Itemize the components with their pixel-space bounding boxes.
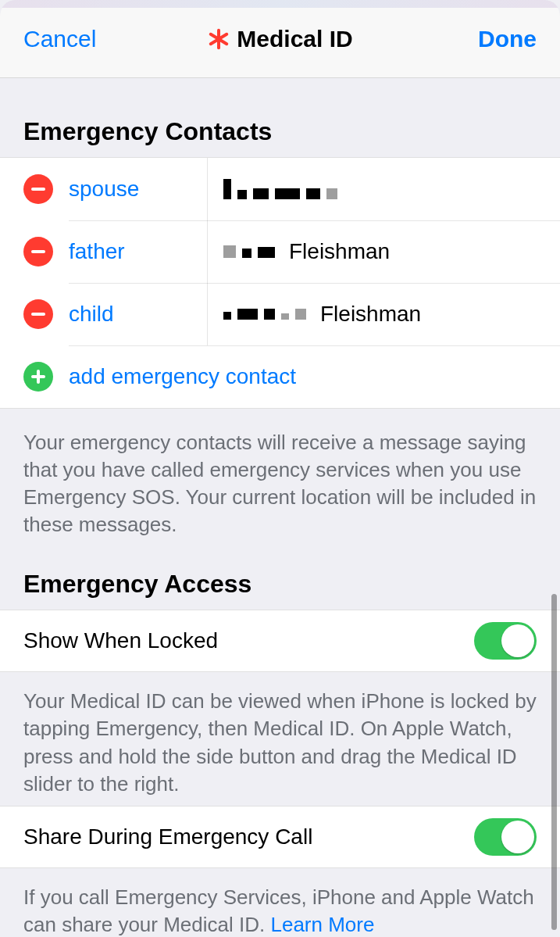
minus-icon <box>31 313 45 316</box>
redacted-name <box>223 245 275 258</box>
scrollbar[interactable] <box>551 594 557 930</box>
done-button[interactable]: Done <box>478 26 537 52</box>
sheet-backdrop-hint <box>0 0 560 8</box>
navbar: Cancel Medical ID Done <box>0 0 560 78</box>
minus-icon <box>31 250 45 253</box>
contact-name <box>208 179 351 199</box>
delete-contact-button[interactable] <box>23 299 53 329</box>
contacts-footnote: Your emergency contacts will receive a m… <box>0 409 560 546</box>
plus-icon <box>31 370 45 384</box>
contact-relation[interactable]: spouse <box>69 177 208 202</box>
contact-name-text: Fleishman <box>320 302 421 327</box>
show-when-locked-label: Show When Locked <box>23 628 218 653</box>
contact-relation[interactable]: father <box>69 239 208 264</box>
contact-row[interactable]: spouse <box>0 158 560 220</box>
cancel-button[interactable]: Cancel <box>23 26 96 52</box>
medical-id-icon <box>207 27 230 51</box>
learn-more-link[interactable]: Learn More <box>270 913 374 936</box>
show-when-locked-footnote: Your Medical ID can be viewed when iPhon… <box>0 672 560 805</box>
add-contact-button[interactable] <box>23 362 53 392</box>
delete-contact-button[interactable] <box>23 174 53 204</box>
column-divider <box>207 283 208 345</box>
svg-line-1 <box>211 34 227 44</box>
section-header-contacts: Emergency Contacts <box>0 78 560 157</box>
share-during-call-label: Share During Emergency Call <box>23 824 312 849</box>
add-contact-label[interactable]: add emergency contact <box>69 364 296 389</box>
page-title: Medical ID <box>237 26 352 52</box>
minus-icon <box>31 188 45 191</box>
contact-relation[interactable]: child <box>69 302 208 327</box>
contact-row[interactable]: child Fleishman <box>0 283 560 345</box>
share-during-call-row: Share During Emergency Call <box>0 806 560 868</box>
contact-row[interactable]: father Fleishman <box>0 220 560 283</box>
share-during-call-footnote: If you call Emergency Services, iPhone a… <box>0 868 560 937</box>
share-during-call-switch[interactable] <box>474 818 537 856</box>
column-divider <box>207 158 208 220</box>
contact-name-text: Fleishman <box>289 239 390 264</box>
delete-contact-button[interactable] <box>23 237 53 266</box>
add-contact-row[interactable]: add emergency contact <box>0 345 560 408</box>
show-when-locked-switch[interactable] <box>474 622 537 660</box>
contact-name: Fleishman <box>208 302 421 327</box>
redacted-name <box>223 309 306 320</box>
contact-name: Fleishman <box>208 239 390 264</box>
redacted-name <box>223 179 337 199</box>
switch-knob <box>501 624 534 657</box>
column-divider <box>207 220 208 283</box>
section-header-access: Emergency Access <box>0 546 560 610</box>
show-when-locked-row: Show When Locked <box>0 610 560 672</box>
emergency-contacts-group: spouse father <box>0 157 560 409</box>
svg-line-2 <box>211 34 227 44</box>
switch-knob <box>501 821 534 853</box>
